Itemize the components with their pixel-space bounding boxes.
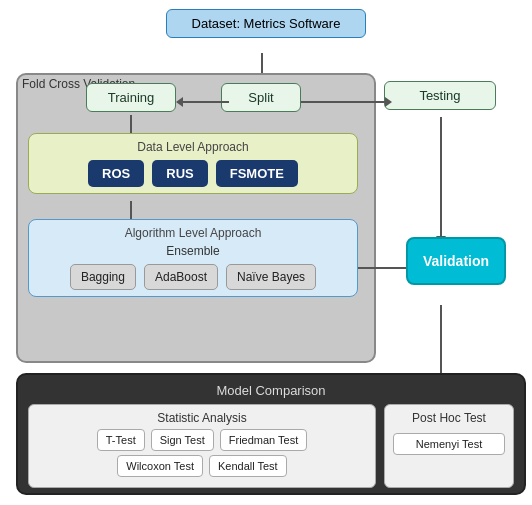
split-label: Split	[248, 90, 273, 105]
arrow-line	[183, 101, 229, 103]
stat-row-2: Wilcoxon Test Kendall Test	[37, 455, 367, 477]
arrow-line	[301, 101, 385, 103]
training-label: Training	[108, 90, 154, 105]
arrowhead-left-icon	[176, 97, 183, 107]
algo-items: Bagging AdaBoost Naïve Bayes	[39, 264, 347, 290]
arrow-dataset-to-split	[261, 53, 263, 75]
sign-test-item: Sign Test	[151, 429, 214, 451]
arrow-validation-to-model	[440, 305, 442, 375]
wilcoxon-test-item: Wilcoxon Test	[117, 455, 203, 477]
stat-analysis-title: Statistic Analysis	[37, 411, 367, 425]
algo-level-title: Algorithm Level Approach	[39, 226, 347, 240]
arrowhead-right-icon	[385, 97, 392, 107]
arrow-algo-to-validation	[358, 263, 413, 273]
fold-cross-validation-box	[16, 73, 376, 363]
data-level-box: Data Level Approach ROS RUS FSMOTE	[28, 133, 358, 194]
kendall-test-item: Kendall Test	[209, 455, 287, 477]
testing-box: Testing	[384, 81, 496, 110]
bagging-item: Bagging	[70, 264, 136, 290]
rus-item: RUS	[152, 160, 207, 187]
training-box: Training	[86, 83, 176, 112]
validation-label: Validation	[423, 253, 489, 269]
validation-box: Validation	[406, 237, 506, 285]
post-hoc-test-box: Post Hoc Test Nemenyi Test	[384, 404, 514, 488]
model-comp-inner: Statistic Analysis T-Test Sign Test Frie…	[28, 404, 514, 488]
dataset-label: Dataset: Metrics Software	[192, 16, 341, 31]
arrow-testing-to-validation	[440, 117, 442, 237]
dataset-box: Dataset: Metrics Software	[166, 9, 366, 38]
arrow-data-to-algo	[130, 201, 132, 221]
model-comp-title: Model Comparison	[28, 383, 514, 398]
arrow-line	[358, 267, 406, 269]
model-comparison-box: Model Comparison Statistic Analysis T-Te…	[16, 373, 526, 495]
testing-label: Testing	[419, 88, 460, 103]
statistic-analysis-box: Statistic Analysis T-Test Sign Test Frie…	[28, 404, 376, 488]
main-diagram: Dataset: Metrics Software Fold Cross Val…	[6, 5, 526, 500]
nemenyi-test-item: Nemenyi Test	[393, 433, 505, 455]
ensemble-label: Ensemble	[39, 244, 347, 258]
arrow-split-to-testing	[301, 97, 392, 107]
t-test-item: T-Test	[97, 429, 145, 451]
algo-level-box: Algorithm Level Approach Ensemble Baggin…	[28, 219, 358, 297]
data-level-title: Data Level Approach	[39, 140, 347, 154]
ros-item: ROS	[88, 160, 144, 187]
arrow-split-to-training	[176, 97, 229, 107]
fsmote-item: FSMOTE	[216, 160, 298, 187]
data-level-items: ROS RUS FSMOTE	[39, 160, 347, 187]
post-hoc-title: Post Hoc Test	[393, 411, 505, 425]
arrow-training-to-data-level	[130, 115, 132, 135]
split-box: Split	[221, 83, 301, 112]
adaboost-item: AdaBoost	[144, 264, 218, 290]
naive-bayes-item: Naïve Bayes	[226, 264, 316, 290]
friedman-test-item: Friedman Test	[220, 429, 308, 451]
stat-row-1: T-Test Sign Test Friedman Test	[37, 429, 367, 451]
